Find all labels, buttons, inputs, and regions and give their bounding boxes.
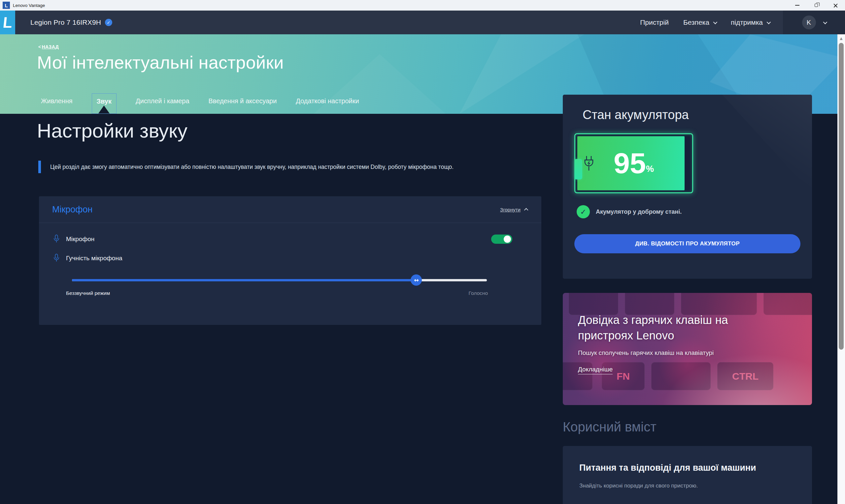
scrollbar-thumb[interactable] bbox=[839, 43, 844, 349]
battery-percent: 95 bbox=[614, 149, 646, 178]
nav-support[interactable]: підтримка bbox=[731, 18, 770, 26]
key-ctrl: CTRL bbox=[717, 362, 773, 390]
minimize-icon bbox=[795, 5, 799, 6]
battery-percent-sign: % bbox=[646, 164, 654, 174]
slider-thumb[interactable]: ↔ bbox=[411, 274, 422, 286]
faq-text: Знайдіть корисні поради для свого пристр… bbox=[579, 483, 795, 489]
app-header: L Legion Pro 7 16IRX9H ✓ Пристрій Безпек… bbox=[0, 11, 845, 34]
check-circle-icon: ✓ bbox=[577, 205, 590, 218]
hotkeys-help-card[interactable]: FN CTRL Довідка з гарячих клавіш на прис… bbox=[563, 293, 812, 405]
battery-status-card: Стан акумулятора 95 % ✓ Акумулятор у доб… bbox=[563, 95, 812, 279]
app-logo-icon: L bbox=[3, 2, 10, 9]
chevron-up-icon bbox=[524, 208, 528, 212]
battery-status-text: Акумулятор у доброму стані. bbox=[596, 209, 682, 215]
microphone-toggle[interactable] bbox=[491, 235, 512, 244]
microphone-icon bbox=[53, 253, 60, 263]
restore-icon bbox=[815, 4, 818, 7]
accent-bar bbox=[38, 161, 41, 173]
nav-device[interactable]: Пристрій bbox=[640, 18, 669, 26]
nav-security[interactable]: Безпека bbox=[683, 18, 716, 26]
microphone-toggle-label: Мікрофон bbox=[66, 235, 94, 243]
verified-badge-icon: ✓ bbox=[105, 19, 112, 26]
close-icon bbox=[833, 3, 838, 8]
microphone-card: Мікрофон Згорнути Мікрофон Гучність мікр… bbox=[39, 196, 541, 325]
restore-button[interactable] bbox=[807, 0, 826, 11]
close-button[interactable] bbox=[826, 0, 845, 11]
slider-min-label: Беззвучний режим bbox=[66, 290, 110, 296]
battery-cap bbox=[574, 159, 582, 179]
volume-label: Гучність мікрофона bbox=[66, 255, 122, 262]
account-menu[interactable]: K bbox=[783, 11, 845, 34]
useful-content-heading: Корисний вміст bbox=[563, 419, 656, 434]
microphone-card-title: Мікрофон bbox=[52, 204, 92, 215]
battery-gauge: 95 % bbox=[574, 133, 693, 193]
faq-title: Питання та відповіді для вашої машини bbox=[579, 461, 795, 475]
faq-card[interactable]: Питання та відповіді для вашої машини Зн… bbox=[563, 446, 812, 504]
section-heading: Настройки звуку bbox=[37, 120, 188, 142]
section-description: Цей розділ дає змогу автоматично оптиміз… bbox=[38, 161, 454, 173]
tab-advanced-settings[interactable]: Додаткові настройки bbox=[296, 93, 359, 105]
lenovo-logo-icon[interactable]: L bbox=[0, 11, 15, 34]
hotkeys-card-title: Довідка з гарячих клавіш на пристроях Le… bbox=[578, 312, 782, 343]
back-link[interactable]: <НАЗАД bbox=[38, 44, 59, 50]
volume-slider[interactable]: ↔ bbox=[72, 274, 487, 286]
chevron-down-icon bbox=[713, 20, 717, 24]
settings-tabs: Живлення Звук Дисплей і камера Введення … bbox=[41, 93, 359, 114]
avatar[interactable]: K bbox=[802, 16, 816, 29]
slider-max-label: Голосно bbox=[469, 290, 488, 296]
hotkeys-card-subtitle: Пошук сполучень гарячих клавіш на клавіа… bbox=[578, 349, 797, 357]
tab-power[interactable]: Живлення bbox=[41, 93, 73, 105]
left-right-arrow-icon: ↔ bbox=[414, 277, 419, 283]
tab-display-camera[interactable]: Дисплей і камера bbox=[136, 93, 190, 105]
page-title: Мої інтелектуальні настройки bbox=[37, 52, 284, 73]
active-tab-notch bbox=[99, 106, 110, 113]
scrollbar-up-arrow[interactable]: ▲ bbox=[838, 36, 845, 40]
minimize-button[interactable] bbox=[788, 0, 807, 11]
learn-more-link[interactable]: Докладніше bbox=[578, 366, 613, 374]
toggle-knob bbox=[504, 235, 511, 243]
tab-sound[interactable]: Звук bbox=[92, 93, 117, 114]
window-title: Lenovo Vantage bbox=[13, 3, 45, 8]
scrollbar[interactable]: ▲ bbox=[838, 34, 845, 504]
collapse-link[interactable]: Згорнути bbox=[500, 207, 528, 212]
chevron-down-icon bbox=[767, 20, 771, 24]
microphone-icon bbox=[53, 234, 60, 244]
device-name: Legion Pro 7 16IRX9H ✓ bbox=[30, 18, 112, 26]
window-titlebar: L Lenovo Vantage bbox=[0, 0, 845, 11]
tab-input-accessories[interactable]: Введення й аксесуари bbox=[209, 93, 277, 105]
slider-fill bbox=[72, 279, 416, 281]
battery-details-button[interactable]: ДИВ. ВІДОМОСТІ ПРО АКУМУЛЯТОР bbox=[574, 234, 800, 253]
chevron-down-icon bbox=[823, 20, 827, 24]
